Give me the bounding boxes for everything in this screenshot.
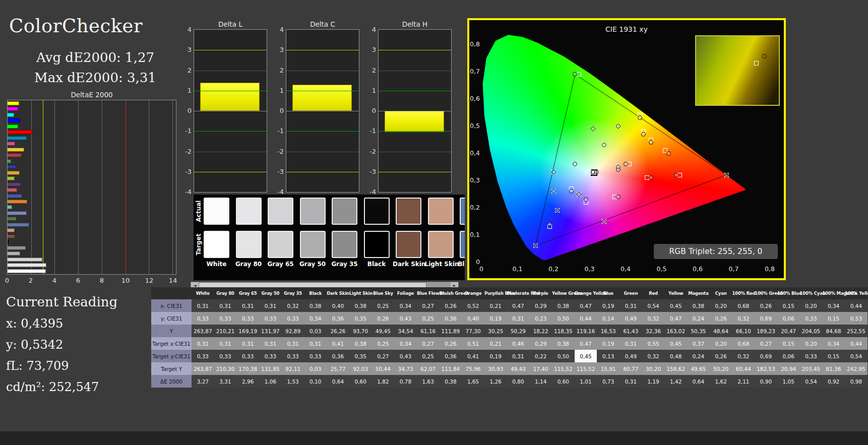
swatch-target-gray-80[interactable] (236, 231, 262, 258)
cell-target-x-cie31-gray-35: 0,31 (282, 337, 304, 350)
cell-y-cie31-100-yellow: 0,53 (845, 312, 867, 325)
cie-measured-cyan (551, 189, 556, 194)
swatch-actual-blue-sky[interactable] (460, 198, 465, 225)
cell-e-2000-magenta: 0,64 (687, 375, 710, 388)
delta-y-tick: -3 (274, 168, 284, 175)
swatch-target-blue-sky[interactable] (460, 231, 465, 258)
cell-target-x-cie31-yellow-green: 0,38 (552, 337, 575, 350)
cell-target-y-gray-65: 170,38 (236, 362, 259, 375)
column-header-100-green: 100% Green (755, 287, 777, 299)
deltae-bar-100-red (8, 130, 32, 134)
cie-measured-orange (666, 151, 671, 156)
swatch-actual-light-skin[interactable] (428, 198, 454, 225)
cell-x-cie31-light-skin: 0,38 (349, 299, 372, 312)
delta-h-chart[interactable] (378, 29, 452, 193)
cell-target-y-cie31-light-skin: 0,35 (349, 350, 372, 362)
cell-e-2000-blue-flower: 1,63 (417, 375, 440, 388)
swatch-target-gray-35[interactable] (332, 231, 357, 258)
swatch-target-gray-50[interactable] (300, 231, 326, 258)
cell-x-cie31-yellow-green: 0,38 (552, 299, 575, 312)
swatch-target-gray-65[interactable] (268, 231, 293, 258)
swatch-target-white[interactable] (204, 231, 229, 258)
patch-column-label: White (201, 261, 232, 268)
delta-gridline (194, 131, 267, 132)
cell-y-cie31-gray-65: 0,33 (236, 312, 259, 325)
swatch-actual-gray-65[interactable] (268, 198, 293, 225)
cell-target-y-purple: 17,40 (529, 362, 552, 375)
delta-c-title: Delta C (286, 20, 359, 28)
deltae-bar-row (8, 118, 176, 122)
swatch-actual-white[interactable] (204, 198, 229, 225)
cell-e-2000-gray-65: 2,96 (236, 375, 259, 388)
cie-measured-foliage (602, 143, 606, 147)
cell-target-x-cie31-yellow: 0,45 (664, 337, 687, 350)
cell-target-y-cie31-100-magenta: 0,15 (822, 350, 845, 362)
cell-y-orange-yellow: 119,16 (575, 325, 597, 337)
cell-target-y-100-blue: 20,94 (777, 362, 800, 375)
cell-e-2000-orange-yellow: 1,01 (575, 375, 597, 388)
cell-target-x-cie31-cyan: 0,20 (710, 337, 732, 350)
cell-target-x-cie31-gray-65: 0,31 (236, 337, 259, 350)
delta-gridline (194, 71, 267, 71)
delta-h-chart-group: Delta H 43210-1-2-3-4 (367, 20, 452, 196)
deltae-2000-chart[interactable] (7, 100, 176, 275)
cell-x-cie31-orange-yellow: 0,47 (575, 299, 597, 312)
cell-y-cie31-yellow-green: 0,50 (552, 312, 575, 325)
cell-e-2000-dark-skin: 0,64 (327, 375, 349, 388)
table-row-target-y-cie31: Target y:CIE310,330,330,330,330,330,330,… (151, 350, 867, 362)
swatch-actual-black[interactable] (364, 198, 390, 225)
cie-1931-xy-panel[interactable]: CIE 1931 xy RGB Triplet: 255, 255, 0 00,… (467, 18, 786, 280)
deltae-bar-purplish-blue (8, 194, 22, 198)
cell-y-100-green: 189,23 (755, 325, 777, 337)
cell-y-cie31-black: 0,34 (304, 312, 327, 325)
cell-y-yellow: 163,02 (664, 325, 687, 337)
cell-y-gray-80: 210,21 (214, 325, 237, 337)
delta-y-tick: 4 (366, 26, 376, 33)
cell-x-cie31-100-red: 0,68 (732, 299, 755, 312)
swatch-target-black[interactable] (364, 231, 390, 258)
cie-measured-dark-skin (624, 162, 628, 166)
column-header-dark-skin: Dark Skin (327, 287, 349, 299)
cell-target-x-cie31-gray-80: 0,31 (214, 337, 237, 350)
cell-y-magenta: 50,35 (687, 325, 710, 337)
cell-x-cie31-blue-sky: 0,25 (372, 299, 395, 312)
cell-target-y-purplish-blue: 30,93 (484, 362, 507, 375)
delta-gridline (194, 91, 267, 91)
cell-y-blue-sky: 49,45 (372, 325, 395, 337)
deltae-bar-red (8, 153, 22, 157)
column-header-blue-flower: Blue Flower (417, 287, 440, 299)
deltae-bar-orange (8, 200, 27, 204)
column-header-gray-80: Gray 80 (214, 287, 237, 299)
deltae-bar-row (8, 101, 176, 105)
patch-column-label: Light Skin (425, 261, 457, 268)
column-header-red: Red (642, 287, 665, 299)
swatch-actual-gray-35[interactable] (332, 198, 357, 225)
deltae-bar-row (8, 223, 176, 227)
delta-y-tick: -1 (274, 127, 284, 135)
cell-x-cie31-dark-skin: 0,40 (327, 299, 349, 312)
cie-measured-100-cyan (551, 170, 556, 174)
cell-target-y-cie31-orange-yellow[interactable]: 0,45 (575, 350, 597, 362)
cell-y-black: 0,03 (304, 325, 327, 337)
cie-x-tick: 0,6 (693, 265, 703, 273)
delta-l-chart[interactable] (194, 29, 267, 193)
delta-h-axis: 43210-1-2-3-4 (367, 30, 377, 192)
deltae-x-tick: 6 (76, 277, 80, 284)
swatch-actual-gray-80[interactable] (236, 198, 262, 225)
cell-target-x-cie31-magenta: 0,37 (687, 337, 710, 350)
deltae-bar-gray-35 (8, 246, 26, 250)
column-header-cyan: Cyan (710, 287, 732, 299)
deltae-x-tick: 14 (169, 277, 177, 284)
column-header-moderate-red: Moderate Red (507, 287, 530, 299)
cell-e-2000-foliage: 0,78 (394, 375, 417, 388)
swatch-actual-gray-50[interactable] (300, 198, 326, 225)
swatch-actual-dark-skin[interactable] (396, 198, 421, 225)
swatch-target-light-skin[interactable] (428, 231, 454, 258)
deltae-chart-title: DeltaE 2000 (7, 91, 176, 99)
deltae-bar-blue-flower (8, 211, 27, 215)
cell-target-x-cie31-blue: 0,19 (597, 337, 619, 350)
delta-c-chart[interactable] (286, 29, 359, 193)
cell-x-cie31-100-green: 0,26 (755, 299, 777, 312)
cell-target-x-cie31-gray-50: 0,31 (259, 337, 282, 350)
swatch-target-dark-skin[interactable] (396, 231, 421, 258)
